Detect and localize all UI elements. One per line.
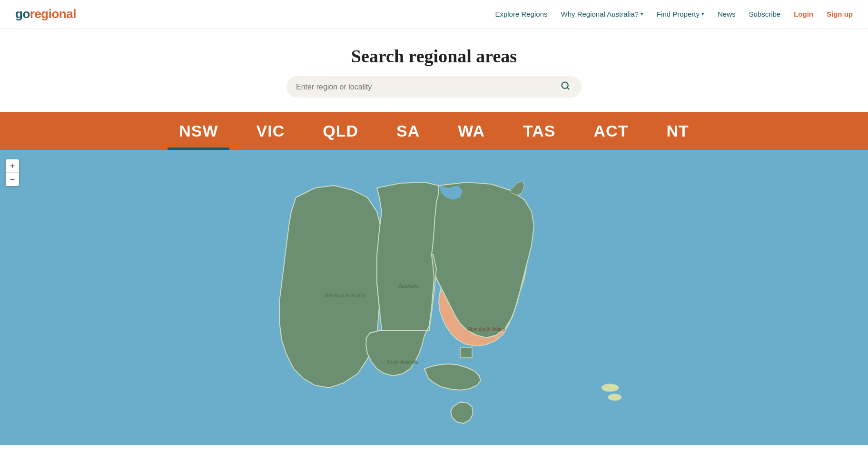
act-region[interactable] [460, 347, 472, 358]
state-tab-nsw[interactable]: NSW [160, 112, 237, 150]
state-tab-tas[interactable]: TAS [504, 112, 574, 150]
nav-subscribe[interactable]: Subscribe [749, 10, 780, 18]
wa-region[interactable] [279, 186, 382, 388]
search-bar [286, 76, 582, 98]
wa-label: Western Australia [325, 293, 365, 298]
svg-line-1 [567, 88, 569, 89]
australia-label: Australia [398, 283, 419, 289]
state-tab-sa[interactable]: SA [377, 112, 439, 150]
vic-region[interactable] [424, 364, 481, 390]
australia-map: Western Australia Australia South Austra… [220, 159, 648, 435]
nav-explore-regions[interactable]: Explore Regions [495, 10, 547, 18]
sa-label: South Australia [386, 360, 419, 365]
search-button[interactable] [559, 81, 572, 93]
logo-go: go [15, 7, 30, 21]
chevron-down-icon: ▾ [701, 11, 704, 17]
nav-signup[interactable]: Sign up [827, 10, 853, 18]
main-nav: Explore Regions Why Regional Australia? … [495, 10, 853, 18]
map-section: + − Western [0, 150, 868, 445]
zoom-controls: + − [6, 159, 19, 186]
state-tab-qld[interactable]: QLD [304, 112, 377, 150]
nsw-label: New South Wales [467, 326, 505, 332]
state-tabs-bar: NSW VIC QLD SA WA TAS ACT NT [0, 112, 868, 150]
map-container: Western Australia Australia South Austra… [0, 150, 868, 445]
search-input[interactable] [296, 83, 559, 91]
search-section: Search regional areas [0, 29, 868, 112]
logo-regional: regional [30, 7, 76, 21]
nav-login[interactable]: Login [794, 10, 813, 18]
nav-news[interactable]: News [718, 10, 736, 18]
search-title: Search regional areas [0, 46, 868, 67]
header: goregional Explore Regions Why Regional … [0, 0, 868, 29]
nav-why-regional[interactable]: Why Regional Australia? ▾ [561, 10, 643, 18]
zoom-out-button[interactable]: − [6, 173, 19, 186]
tas-region[interactable] [451, 402, 473, 423]
state-tab-wa[interactable]: WA [439, 112, 504, 150]
nz-south-island [608, 394, 621, 401]
state-tab-nt[interactable]: NT [647, 112, 708, 150]
zoom-in-button[interactable]: + [6, 159, 19, 173]
state-tab-vic[interactable]: VIC [237, 112, 304, 150]
nz-north-island [602, 384, 619, 392]
logo[interactable]: goregional [15, 7, 76, 21]
search-icon [561, 81, 570, 90]
chevron-down-icon: ▾ [641, 11, 643, 17]
nav-find-property[interactable]: Find Property ▾ [657, 10, 704, 18]
cape-york [510, 181, 524, 195]
state-tab-act[interactable]: ACT [575, 112, 648, 150]
